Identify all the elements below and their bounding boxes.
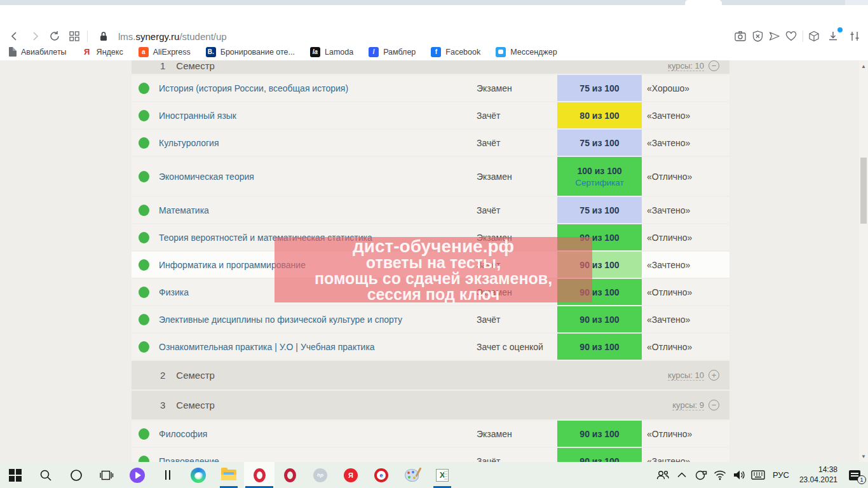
taskbar-clock[interactable]: 14:3823.04.2021 xyxy=(796,465,841,485)
pause-bars-icon xyxy=(165,470,170,480)
score-value: 90 из 100 xyxy=(580,342,619,352)
notification-badge: 1 xyxy=(857,475,866,484)
notification-center-button[interactable]: 1 xyxy=(844,462,865,488)
bookmark-item[interactable]: laLamoda xyxy=(310,47,353,57)
score-cell: 75 из 100 xyxy=(557,130,642,156)
touch-keyboard-icon[interactable] xyxy=(750,462,766,488)
shield-x-icon[interactable] xyxy=(749,28,766,44)
taskbar-pause-app[interactable] xyxy=(153,462,183,488)
collapse-icon[interactable]: − xyxy=(709,60,719,71)
download-icon[interactable] xyxy=(825,28,841,44)
taskbar-file-explorer[interactable] xyxy=(214,462,244,488)
status-dot-icon xyxy=(139,259,149,271)
bookmark-item[interactable]: Мессенджер xyxy=(496,47,557,57)
grade-text: «Отлично» xyxy=(647,342,692,352)
subject-link[interactable]: Ознакомительная практика | У.О | Учебная… xyxy=(159,342,375,352)
rambler-icon: / xyxy=(369,47,379,57)
bookmark-item[interactable]: Авиабилеты xyxy=(9,47,67,57)
semester-label: Семестр xyxy=(176,370,215,381)
grade-row: Ознакомительная практика | У.О | Учебная… xyxy=(132,334,729,360)
bookmark-item[interactable]: B.Бронирование оте... xyxy=(206,47,295,57)
task-view-button[interactable] xyxy=(92,462,122,488)
settings-sliders-icon[interactable] xyxy=(846,28,863,44)
subject-link[interactable]: Культурология xyxy=(159,138,219,148)
taskbar-yandex[interactable]: Я xyxy=(336,462,366,488)
scrollbar-down-icon[interactable]: ▼ xyxy=(859,452,868,461)
lock-icon[interactable] xyxy=(95,28,112,44)
subject-link[interactable]: Математика xyxy=(159,205,209,215)
score-value: 75 из 100 xyxy=(580,205,619,215)
taskbar-excel[interactable]: X xyxy=(427,462,458,488)
subject-link[interactable]: Правоведение xyxy=(159,456,219,463)
wifi-icon[interactable] xyxy=(712,462,728,488)
taskbar-edge[interactable] xyxy=(183,462,214,488)
taskbar-opera-active[interactable] xyxy=(244,462,275,488)
taskbar-yandex-browser[interactable] xyxy=(122,462,153,488)
taskbar-red-app[interactable]: e xyxy=(366,462,397,488)
forward-icon[interactable] xyxy=(27,28,43,44)
bookmark-item[interactable]: /Рамблер xyxy=(369,47,416,57)
url-domain: synergy.ru xyxy=(136,31,180,42)
subject-link[interactable]: Информатика и программирование xyxy=(159,260,306,270)
grade-text: «Отлично» xyxy=(647,287,692,297)
language-indicator[interactable]: РУС xyxy=(769,470,793,480)
subject-link[interactable]: Физика xyxy=(159,287,189,297)
assessment-type: Экзамен xyxy=(477,172,512,182)
subject-link[interactable]: Элективные дисциплины по физической куль… xyxy=(159,315,402,325)
camera-icon[interactable] xyxy=(732,28,749,44)
back-icon[interactable] xyxy=(6,28,23,44)
taskbar-paint[interactable] xyxy=(397,462,427,488)
taskbar-opera-2[interactable] xyxy=(275,462,305,488)
taskbar-search-button[interactable] xyxy=(31,462,61,488)
semester-number: 3 xyxy=(160,400,165,410)
page-scrollbar[interactable]: ▲ ▼ xyxy=(859,60,868,462)
taskbar-hp[interactable]: hp xyxy=(305,462,336,488)
courses-count-link[interactable]: курсы: 10 xyxy=(668,61,704,71)
assessment-type: Зачёт xyxy=(477,138,500,148)
bookmark-label: Facebook xyxy=(445,48,480,57)
excel-icon: X xyxy=(436,469,449,482)
start-button[interactable] xyxy=(0,462,31,488)
semester-label: Семестр xyxy=(176,400,215,410)
volume-icon[interactable] xyxy=(731,462,747,488)
collapse-icon[interactable]: − xyxy=(709,400,719,410)
bookmark-item[interactable]: ЯЯндекс xyxy=(82,47,123,57)
heart-icon[interactable] xyxy=(783,28,799,44)
status-dot-icon xyxy=(139,456,149,463)
score-value: 90 из 100 xyxy=(580,315,619,325)
certificate-link[interactable]: Сертификат xyxy=(575,178,623,187)
subject-link[interactable]: Философия xyxy=(159,429,207,439)
tray-chevron-up-icon[interactable] xyxy=(674,462,690,488)
subject-link[interactable]: Иностранный язык xyxy=(159,111,236,121)
meet-now-icon[interactable] xyxy=(693,462,709,488)
expand-icon[interactable]: + xyxy=(709,370,719,381)
grade-row: ФилософияЭкзамен90 из 100«Отлично» xyxy=(132,421,729,447)
task-view-icon xyxy=(100,470,114,481)
refresh-icon[interactable] xyxy=(46,28,63,44)
bookmarks-bar: АвиабилетыЯЯндексaAliExpressB.Бронирован… xyxy=(0,43,868,61)
tiles-icon[interactable] xyxy=(66,28,83,44)
bookmark-label: AliExpress xyxy=(153,48,191,57)
people-icon[interactable] xyxy=(654,462,671,488)
send-icon[interactable] xyxy=(766,28,783,44)
cube-icon[interactable] xyxy=(806,28,822,44)
assessment-type: Экзамен xyxy=(477,233,512,243)
bookmark-item[interactable]: aAliExpress xyxy=(139,47,191,57)
scrollbar-up-icon[interactable]: ▲ xyxy=(859,62,868,71)
browser-tab[interactable] xyxy=(685,0,722,5)
status-dot-icon xyxy=(139,137,149,149)
score-value: 90 из 100 xyxy=(580,287,619,297)
subject-link[interactable]: Теория вероятностей и математическая ста… xyxy=(159,233,372,243)
cortana-button[interactable] xyxy=(61,462,92,488)
subject-link[interactable]: Экономическая теория xyxy=(159,172,254,182)
subject-link[interactable]: История (история России, всеобщая истори… xyxy=(159,83,348,93)
scrollbar-thumb[interactable] xyxy=(860,158,867,224)
status-dot-icon xyxy=(139,205,149,216)
semester-header: 1Семестркурсы: 10− xyxy=(132,60,729,74)
status-dot-icon xyxy=(139,171,149,182)
courses-count-link[interactable]: курсы: 9 xyxy=(672,400,704,410)
bookmark-label: Бронирование оте... xyxy=(220,48,295,57)
bookmark-item[interactable]: fFacebook xyxy=(431,47,480,57)
courses-count-link[interactable]: курсы: 10 xyxy=(668,370,704,381)
address-bar[interactable]: lms.synergy.ru/student/up xyxy=(118,31,227,42)
